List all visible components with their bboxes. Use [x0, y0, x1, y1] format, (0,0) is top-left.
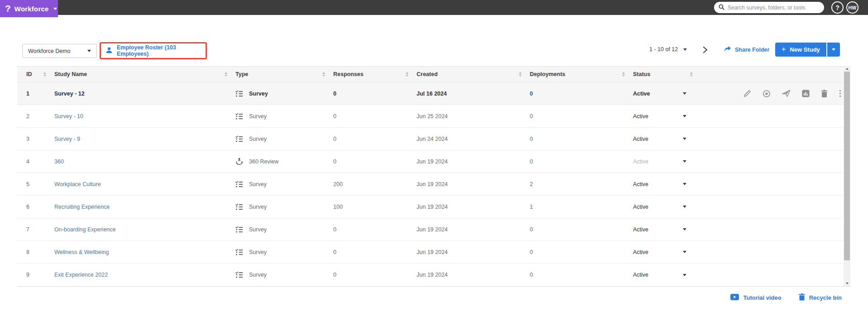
responses-value: 0 — [333, 136, 417, 142]
column-header-deployments[interactable]: Deployments — [530, 67, 633, 82]
status-label: Active — [633, 113, 648, 120]
table-row: 3 Survey - 9 Survey 0 Jun 24 2024 0 Acti… — [17, 128, 850, 150]
chevron-down-icon — [683, 206, 686, 208]
table-row: 5 Workplace Culture Survey 200 Jun 19 20… — [17, 173, 850, 196]
status-dropdown[interactable]: Active — [633, 226, 701, 233]
avatar-initials: HW — [849, 5, 857, 10]
row-id: 2 — [26, 113, 54, 120]
study-name-link[interactable]: Survey - 9 — [54, 136, 80, 142]
avatar[interactable]: HW — [846, 1, 858, 14]
folder-select[interactable]: Workforce Demo — [22, 44, 97, 58]
study-name-link[interactable]: Survey - 12 — [54, 91, 85, 97]
column-header-study-name[interactable]: Study Name — [54, 67, 235, 82]
deployments-link[interactable]: 2 — [530, 181, 533, 187]
deployments-link[interactable]: 0 — [530, 158, 533, 165]
column-header-actions — [701, 67, 850, 82]
status-dropdown[interactable]: Active — [633, 113, 701, 120]
share-folder-button[interactable]: Share Folder — [724, 46, 769, 54]
delete-trash-icon[interactable] — [821, 90, 828, 97]
study-name-link[interactable]: Survey - 10 — [54, 113, 83, 120]
status-dropdown[interactable]: Active — [633, 181, 701, 187]
sort-icon — [322, 72, 325, 77]
top-bar: ? HW — [0, 0, 868, 15]
folder-select-value: Workforce Demo — [28, 48, 71, 54]
new-study-button[interactable]: + New Study — [775, 43, 826, 57]
column-header-responses[interactable]: Responses — [333, 67, 417, 82]
employee-roster-link[interactable]: Employee Roster (103 Employees) — [106, 44, 201, 57]
column-header-type[interactable]: Type — [235, 67, 333, 82]
status-dropdown[interactable]: Active — [633, 204, 701, 210]
status-dropdown[interactable]: Active — [633, 249, 701, 255]
share-icon — [724, 46, 731, 54]
search-input[interactable] — [728, 5, 820, 11]
next-page-button[interactable] — [701, 46, 709, 54]
status-label: Active — [633, 226, 648, 233]
status-dropdown[interactable]: Active — [633, 136, 701, 142]
sort-icon — [690, 72, 693, 77]
pagination-dropdown[interactable]: 1 - 10 of 12 — [649, 46, 687, 53]
created-value: Jun 25 2024 — [417, 113, 530, 120]
study-name-link[interactable]: 360 — [54, 158, 64, 165]
send-icon[interactable] — [782, 90, 791, 97]
status-dropdown[interactable]: Active — [633, 91, 701, 97]
study-name-link[interactable]: Recruiting Experience — [54, 204, 110, 210]
deployments-link[interactable]: 0 — [530, 226, 533, 233]
deployments-link[interactable]: 1 — [530, 204, 533, 210]
tutorial-video-link[interactable]: Tutorial video — [730, 294, 781, 302]
row-id: 6 — [26, 204, 54, 210]
responses-value: 0 — [333, 249, 417, 255]
scrollbar-thumb[interactable] — [844, 72, 850, 260]
deployments-link[interactable]: 0 — [530, 113, 533, 120]
type-label: Survey — [249, 204, 267, 210]
more-kebab-icon[interactable] — [839, 90, 841, 97]
created-value: Jun 19 2024 — [417, 181, 530, 187]
table-row: 1 Survey - 12 Survey 0 Jul 16 2024 0 Act… — [17, 82, 850, 105]
table-body: 1 Survey - 12 Survey 0 Jul 16 2024 0 Act… — [17, 82, 850, 286]
chevron-down-icon — [87, 50, 91, 52]
reports-chart-icon[interactable] — [802, 90, 810, 97]
edit-pencil-icon[interactable] — [743, 90, 751, 97]
recycle-bin-link[interactable]: Recycle bin — [799, 293, 842, 302]
study-name-link[interactable]: On-boarding Experience — [54, 226, 116, 233]
chevron-down-icon — [832, 48, 835, 51]
type-label: 360 Review — [249, 158, 278, 165]
study-name-link[interactable]: Workplace Culture — [54, 181, 101, 187]
created-value: Jun 19 2024 — [417, 272, 530, 278]
scroll-up-arrow-icon[interactable] — [844, 66, 850, 72]
study-name-link[interactable]: Wellness & Wellbeing — [54, 249, 109, 255]
column-header-created[interactable]: Created — [417, 67, 530, 82]
responses-value: 200 — [333, 181, 417, 187]
search-icon — [719, 4, 724, 12]
created-value: Jun 24 2024 — [417, 136, 530, 142]
status-label: Active — [633, 158, 648, 165]
survey-list-icon — [235, 249, 243, 256]
table-row: 8 Wellness & Wellbeing Survey 0 Jun 19 2… — [17, 241, 850, 264]
status-dropdown[interactable]: Active — [633, 158, 701, 165]
scroll-down-arrow-icon[interactable] — [844, 281, 850, 286]
deployments-link[interactable]: 0 — [530, 136, 533, 142]
type-label: Survey — [249, 91, 268, 97]
deployments-link[interactable]: 0 — [530, 249, 533, 255]
brand-logo-icon: ? — [5, 4, 11, 13]
help-label: ? — [835, 4, 839, 11]
column-header-id[interactable]: ID — [26, 67, 54, 82]
help-button[interactable]: ? — [831, 1, 844, 14]
deployments-link[interactable]: 0 — [530, 91, 533, 97]
responses-value: 0 — [333, 113, 417, 120]
app-window: ? HW ? Workforce Workforce Demo Employee… — [0, 0, 868, 326]
product-menu[interactable]: ? Workforce — [0, 0, 58, 17]
sort-icon — [43, 72, 46, 77]
status-dropdown[interactable]: Active — [633, 272, 701, 278]
chevron-down-icon — [683, 48, 687, 51]
study-name-link[interactable]: Exit Experience 2022 — [54, 272, 108, 278]
vertical-scrollbar — [844, 66, 850, 286]
deployments-link[interactable]: 0 — [530, 272, 533, 278]
recycle-bin-label: Recycle bin — [809, 294, 842, 301]
column-header-status[interactable]: Status — [633, 67, 701, 82]
360-review-icon — [235, 158, 243, 165]
employee-roster-label: Employee Roster (103 Employees) — [117, 44, 201, 57]
type-label: Survey — [249, 226, 267, 233]
chevron-down-icon — [683, 160, 686, 163]
preview-eye-icon[interactable] — [762, 90, 771, 98]
new-study-dropdown-button[interactable] — [827, 43, 840, 57]
